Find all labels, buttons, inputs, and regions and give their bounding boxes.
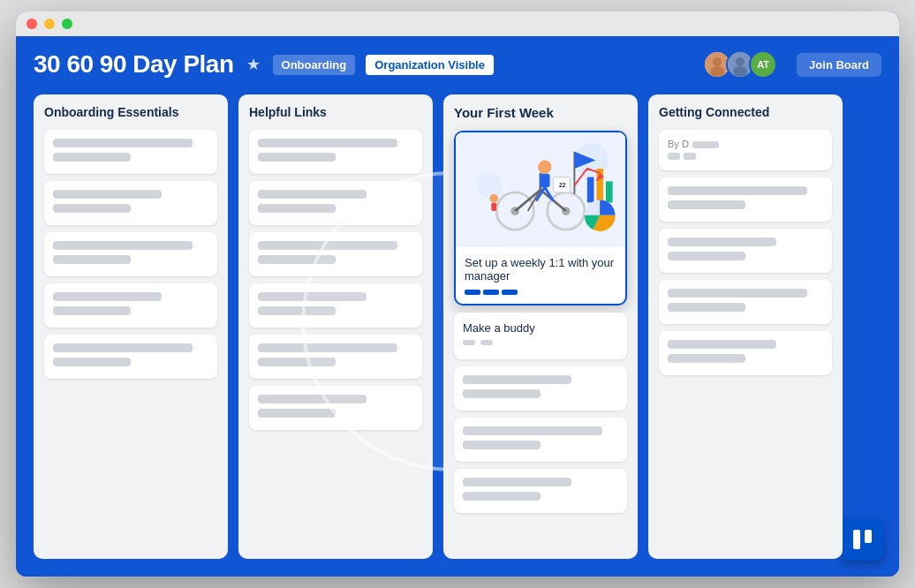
mac-window: 30 60 90 Day Plan ★ Onboarding Organizat… <box>16 11 899 577</box>
skeleton-line <box>53 306 131 315</box>
avatar-group: AT <box>703 50 777 79</box>
maximize-button[interactable] <box>62 19 72 29</box>
card[interactable] <box>249 232 422 276</box>
skeleton-line <box>668 252 745 260</box>
column-title-4: Getting Connected <box>659 105 832 119</box>
column-title-2: Helpful Links <box>249 105 422 119</box>
column-onboarding-essentials: Onboarding Essentials <box>34 94 228 559</box>
svg-rect-25 <box>606 181 613 202</box>
skeleton-line <box>53 241 193 250</box>
join-board-button[interactable]: Join Board <box>797 53 881 77</box>
skeleton-line <box>463 478 571 486</box>
skeleton-line <box>53 190 162 199</box>
skeleton-line <box>463 389 541 398</box>
skeleton-line <box>668 354 745 363</box>
skeleton-line <box>258 306 336 315</box>
card[interactable] <box>44 232 217 276</box>
card[interactable] <box>659 280 832 324</box>
app-content: 30 60 90 Day Plan ★ Onboarding Organizat… <box>16 36 899 577</box>
card[interactable] <box>44 283 217 328</box>
columns-wrapper: Onboarding Essentials <box>34 94 881 559</box>
card-text: Set up a weekly 1:1 with your manager <box>465 256 616 283</box>
progress-block <box>465 290 480 295</box>
card[interactable] <box>249 181 422 225</box>
skeleton-line <box>668 237 776 246</box>
svg-point-27 <box>489 194 498 203</box>
onboarding-tag[interactable]: Onboarding <box>273 55 356 75</box>
svg-rect-18 <box>540 174 550 187</box>
svg-rect-28 <box>491 202 496 211</box>
avatar-initials[interactable]: AT <box>749 50 777 79</box>
skeleton-line <box>258 204 336 213</box>
progress-block <box>483 290 499 295</box>
svg-point-1 <box>713 57 722 66</box>
skeleton-line <box>258 395 367 403</box>
svg-rect-23 <box>587 177 594 203</box>
skeleton-line <box>53 204 131 213</box>
org-visible-tag[interactable]: Organization Visible <box>366 55 494 75</box>
svg-point-17 <box>538 160 551 173</box>
progress-block <box>502 290 518 295</box>
make-buddy-text: Make a buddy <box>463 321 618 335</box>
card[interactable] <box>249 335 422 379</box>
card-progress <box>465 290 616 295</box>
skeleton-line <box>258 241 397 250</box>
make-buddy-card[interactable]: Make a buddy <box>454 313 627 359</box>
title-bar <box>16 11 899 36</box>
card[interactable] <box>659 331 832 375</box>
card[interactable] <box>249 130 422 174</box>
column-your-first-week: Your First Week <box>443 94 638 559</box>
by-text: By D <box>668 139 823 149</box>
card[interactable] <box>44 335 217 379</box>
skeleton-line <box>668 200 745 209</box>
trello-bar-right <box>865 530 872 543</box>
skeleton-line <box>53 255 131 264</box>
column-helpful-links: Helpful Links <box>238 94 433 559</box>
skeleton-icon <box>480 340 493 345</box>
trello-icon <box>853 530 872 549</box>
card[interactable] <box>454 418 627 462</box>
column-getting-connected: Getting Connected By D <box>648 94 843 559</box>
skeleton-line <box>258 358 336 366</box>
skeleton-line <box>668 289 807 298</box>
card[interactable] <box>249 283 422 328</box>
skeleton-line <box>53 153 131 162</box>
svg-point-4 <box>736 57 745 66</box>
skeleton-line <box>258 292 367 301</box>
skeleton-line <box>668 186 807 195</box>
card[interactable] <box>454 469 627 513</box>
skeleton-line <box>463 441 541 449</box>
star-button[interactable]: ★ <box>245 53 262 76</box>
svg-point-5 <box>733 66 747 77</box>
board-title: 30 60 90 Day Plan <box>34 50 234 79</box>
skeleton-line <box>463 426 602 435</box>
column-title-3: Your First Week <box>454 105 627 120</box>
skeleton-line <box>258 409 336 418</box>
svg-point-2 <box>710 66 724 77</box>
skeleton-line <box>258 139 397 147</box>
skeleton-line <box>668 303 745 312</box>
close-button[interactable] <box>26 19 37 29</box>
card[interactable] <box>44 181 217 225</box>
card[interactable] <box>659 177 832 222</box>
skeleton-line <box>258 190 367 199</box>
skeleton-line <box>258 343 397 352</box>
card-image: 22 <box>456 132 625 247</box>
skeleton-line <box>463 375 571 384</box>
card-meta-row <box>463 340 618 351</box>
trello-bar-left <box>853 530 860 549</box>
svg-text:22: 22 <box>559 182 566 188</box>
skeleton-line <box>668 340 776 349</box>
header: 30 60 90 Day Plan ★ Onboarding Organizat… <box>34 50 881 79</box>
column-title-1: Onboarding Essentials <box>44 105 217 119</box>
minimize-button[interactable] <box>44 19 55 29</box>
skeleton-line <box>258 255 336 264</box>
skeleton-line <box>463 492 541 501</box>
card[interactable]: By D <box>659 130 832 170</box>
card[interactable] <box>249 386 422 430</box>
card[interactable] <box>659 229 832 273</box>
card[interactable] <box>44 130 217 174</box>
featured-card[interactable]: 22 Set up a weekly 1:1 with your manager <box>454 131 627 305</box>
card-body: Set up a weekly 1:1 with your manager <box>456 247 625 304</box>
card[interactable] <box>454 366 627 411</box>
